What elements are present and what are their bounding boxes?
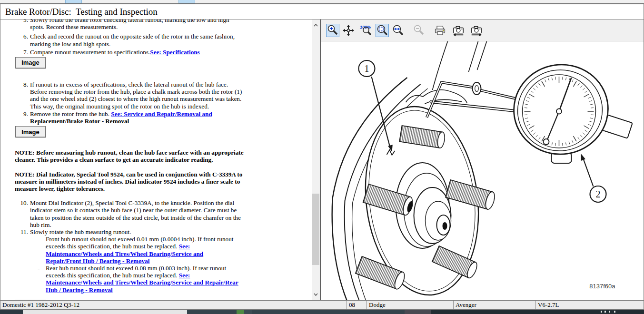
step-text-run: Remove the rotor from the hub. <box>30 110 111 118</box>
step-text: Slowly rotate the hub measuring runout. … <box>30 228 243 294</box>
zoom-out-icon <box>413 24 425 37</box>
step-text-run: Compare runout measurement to specificat… <box>30 49 150 56</box>
step-number: 11. <box>18 228 28 294</box>
arrowhead <box>581 154 586 161</box>
step-number: 10. <box>18 199 28 228</box>
step-text: Compare runout measurement to specificat… <box>30 49 243 56</box>
chevron-down-icon <box>314 293 318 296</box>
step-text: Mount Dial Indicator (2), Special Tool C… <box>30 199 243 228</box>
callout-2: 2 <box>581 154 606 202</box>
taskbar-clock-fragment <box>609 311 610 313</box>
sub-text-run: Front hub runout should not exceed 0.01 … <box>46 236 233 250</box>
pan-icon <box>342 24 355 37</box>
figure-id-label: 8137f60a <box>589 283 615 290</box>
taskbar-segment[interactable] <box>0 310 23 314</box>
step-6: 6. Check and record the runout on the op… <box>0 33 320 47</box>
image-button-3[interactable]: Image <box>15 300 46 300</box>
status-year: 08 <box>347 301 367 309</box>
step-number: 5. <box>18 20 28 30</box>
image-viewer-pane: 100% <box>320 20 644 300</box>
fit-width-button[interactable] <box>391 24 405 37</box>
taskbar-clock-fragment <box>601 311 602 313</box>
step-text: Slowly rotate the brake rotor checking l… <box>30 20 243 30</box>
sub-text: Front hub runout should not exceed 0.01 … <box>46 236 240 265</box>
scroll-down-button[interactable] <box>312 291 320 298</box>
step-11-sub-1: - Front hub runout should not exceed 0.0… <box>30 236 243 265</box>
callout-2-number: 2 <box>596 189 601 199</box>
print-icon <box>434 24 446 37</box>
dash-bullet: - <box>38 236 46 265</box>
scroll-up-button[interactable] <box>312 21 320 29</box>
fit-width-icon <box>392 24 404 37</box>
dial-indicator-gauge <box>508 59 632 163</box>
status-coverage: Domestic #1 1982-2012 Q3-12 <box>0 301 347 309</box>
status-bar: Domestic #1 1982-2012 Q3-12 08 Dodge Ave… <box>0 300 644 309</box>
cutoff-button-fragment <box>65 0 82 3</box>
fit-window-icon <box>376 24 388 37</box>
dash-bullet: - <box>38 265 46 294</box>
page-title: Brake Rotor/Disc: Testing and Inspection <box>5 7 158 17</box>
step-text: If runout is in excess of specifications… <box>30 81 243 110</box>
pan-button[interactable] <box>342 24 355 37</box>
note-1: NOTE: Before measuring hub runout, clean… <box>15 149 249 163</box>
zoom-100-button[interactable]: 100% <box>359 24 373 37</box>
note-2: NOTE: Dial Indicator, Special Tool 9524,… <box>15 171 249 193</box>
zoom-100-icon <box>360 24 372 37</box>
chevron-up-icon <box>314 24 318 27</box>
fit-window-button[interactable] <box>376 24 389 37</box>
image-button-2[interactable]: Image <box>15 126 46 137</box>
taskbar-segment[interactable] <box>244 310 252 314</box>
taskbar-active-window-button[interactable] <box>23 310 187 314</box>
step-9: 9. Remove the rotor from the hub. See: S… <box>0 110 320 125</box>
step-11: 11. Slowly rotate the hub measuring runo… <box>0 228 320 294</box>
vertical-scrollbar[interactable] <box>312 20 320 300</box>
image-toolbar: 100% <box>321 20 644 41</box>
step-7: 7. Compare runout measurement to specifi… <box>0 49 320 56</box>
article-body: 5. Slowly rotate the brake rotor checkin… <box>0 20 320 300</box>
top-edge-strip <box>0 0 644 3</box>
status-model: Avenger <box>453 301 535 309</box>
taskbar-segment[interactable] <box>187 310 237 314</box>
taskbar <box>0 310 644 314</box>
step-11-sub-2: - Rear hub runout should not exceed 0.08… <box>30 265 243 294</box>
step-number: 7. <box>18 49 28 56</box>
see-removal-link[interactable]: See: Service and Repair/Removal and <box>111 110 212 118</box>
step-number: 8. <box>18 81 28 110</box>
link-continuation: Replacement/Brake Rotor - Removal <box>30 118 129 125</box>
sub-text: Rear hub runout should not exceed 0.08 m… <box>46 265 240 294</box>
step-8: 8. If runout is in excess of specificati… <box>0 81 320 110</box>
scrollbar-thumb[interactable] <box>312 194 319 265</box>
app-window: Brake Rotor/Disc: Testing and Inspection… <box>0 3 644 310</box>
zoom-out-button[interactable] <box>412 24 426 37</box>
camera-next-icon <box>470 24 483 37</box>
taskbar-clock-fragment <box>604 311 606 313</box>
step-text: Check and record the runout on the oppos… <box>30 33 243 47</box>
zoom-in-icon <box>327 24 339 37</box>
article-pane: 5. Slowly rotate the brake rotor checkin… <box>0 20 320 300</box>
see-specifications-link[interactable]: See: Specifications <box>150 49 199 56</box>
image-button-1[interactable]: Image <box>15 57 46 69</box>
zoom-in-button[interactable] <box>326 24 339 37</box>
step-10: 10. Mount Dial Indicator (2), Special To… <box>0 199 320 228</box>
print-button[interactable] <box>433 24 446 37</box>
step-text-run: Slowly rotate the hub measuring runout. <box>30 228 131 236</box>
sub-text-run: Rear hub runout should not exceed 0.08 m… <box>46 265 226 279</box>
taskbar-segment[interactable] <box>405 310 431 314</box>
step-number: 6. <box>18 33 28 47</box>
camera-previous-icon <box>452 24 465 37</box>
title-bar: Brake Rotor/Disc: Testing and Inspection <box>0 4 644 20</box>
figure-area: 1 2 8137f60a <box>321 41 644 300</box>
cutoff-button-fragment <box>178 0 195 3</box>
taskbar-clock-fragment <box>614 311 615 313</box>
status-engine: V6-2.7L <box>535 301 644 309</box>
next-image-button[interactable] <box>470 24 483 37</box>
step-5: 5. Slowly rotate the brake rotor checkin… <box>0 20 320 30</box>
step-number: 9. <box>18 110 28 125</box>
brake-rotor-figure: 1 2 8137f60a <box>321 41 644 300</box>
previous-image-button[interactable] <box>452 24 465 37</box>
taskbar-segment-green[interactable] <box>237 310 244 314</box>
status-make: Dodge <box>367 301 453 309</box>
step-text: Remove the rotor from the hub. See: Serv… <box>30 110 243 125</box>
taskbar-segment[interactable] <box>252 310 405 314</box>
callout-1-number: 1 <box>365 63 369 74</box>
